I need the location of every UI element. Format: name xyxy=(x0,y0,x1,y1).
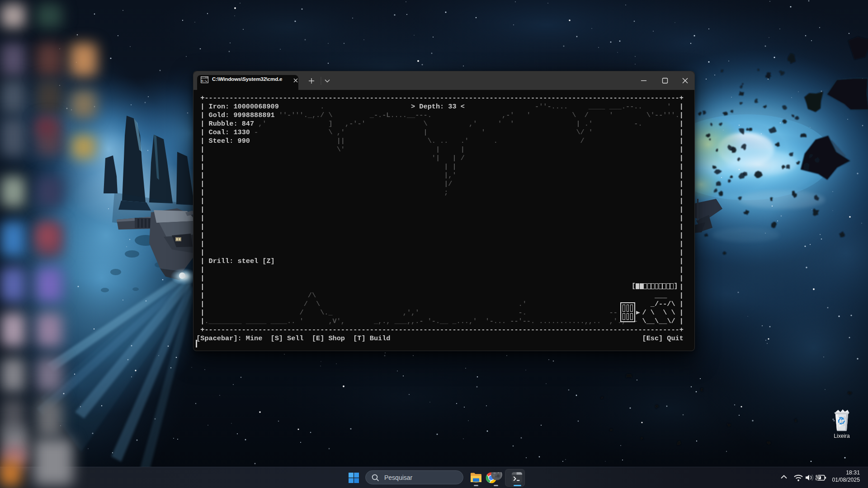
svg-text:C:\: C:\ xyxy=(202,80,207,83)
